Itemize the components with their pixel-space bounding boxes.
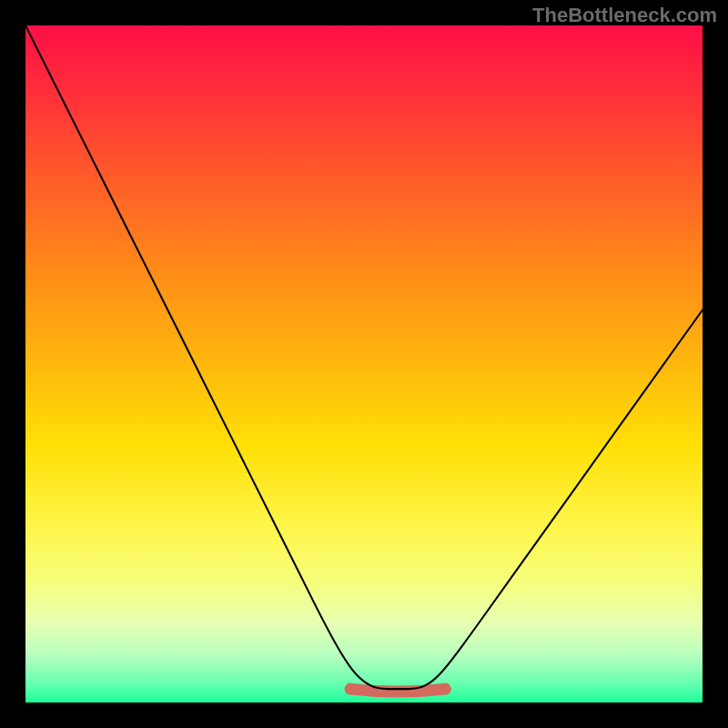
plot-area	[25, 25, 703, 703]
curve-svg	[25, 25, 703, 703]
bottleneck-curve	[25, 25, 703, 689]
chart-frame: TheBottleneck.com	[0, 0, 728, 728]
watermark-text: TheBottleneck.com	[532, 4, 717, 27]
